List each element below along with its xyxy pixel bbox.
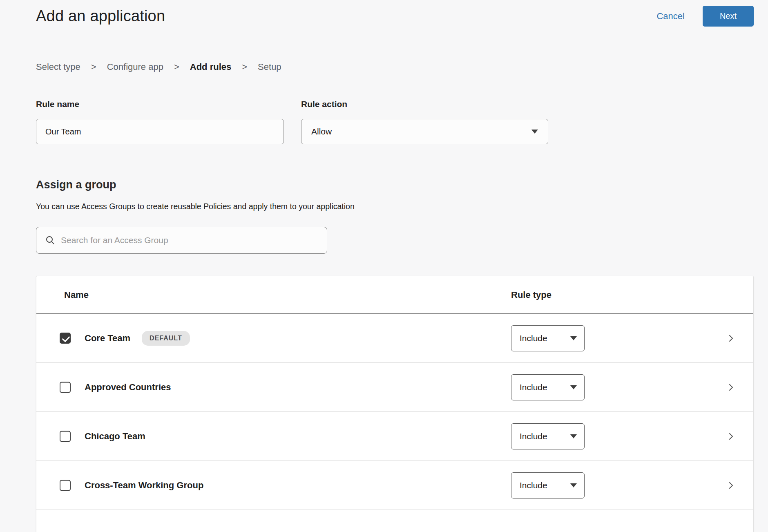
assign-group-heading: Assign a group: [36, 179, 754, 191]
search-input[interactable]: [61, 235, 320, 245]
rule-type-select[interactable]: Include: [511, 374, 585, 400]
rule-type-value: Include: [520, 382, 547, 392]
table-header-row: Name Rule type: [36, 276, 753, 314]
rule-name-field: Rule name: [36, 99, 284, 144]
default-badge: DEFAULT: [142, 331, 190, 346]
rule-type-value: Include: [520, 333, 547, 343]
rule-action-field: Rule action Allow: [301, 99, 548, 144]
group-name: Core Team: [85, 333, 130, 344]
chevron-right-icon[interactable]: [726, 432, 735, 441]
rule-type-select[interactable]: Include: [511, 325, 585, 351]
row-name-cell: Cross-Team Working Group: [60, 480, 203, 491]
top-actions: Cancel Next: [656, 6, 754, 27]
chevron-right-icon[interactable]: [726, 481, 735, 490]
breadcrumb-step-configure-app[interactable]: Configure app: [107, 62, 163, 72]
row-name-cell: Core Team DEFAULT: [60, 331, 190, 346]
rule-action-label: Rule action: [301, 99, 548, 109]
rule-type-value: Include: [520, 431, 547, 441]
access-groups-table: Name Rule type Core Team DEFAULT Include…: [36, 276, 754, 532]
add-application-page: Add an application Cancel Next Select ty…: [0, 0, 768, 532]
row-checkbox[interactable]: [60, 480, 71, 491]
cancel-button[interactable]: Cancel: [656, 11, 684, 22]
rule-type-select[interactable]: Include: [511, 472, 585, 498]
table-row: Cross-Team Working Group Include: [36, 461, 753, 510]
table-row: Approved Countries Include: [36, 363, 753, 412]
rule-form: Rule name Rule action Allow: [36, 99, 754, 144]
top-bar: Add an application Cancel Next: [36, 6, 754, 27]
row-name-cell: Approved Countries: [60, 382, 171, 393]
breadcrumb: Select type > Configure app > Add rules …: [36, 62, 754, 72]
rule-name-label: Rule name: [36, 99, 284, 109]
search-icon: [45, 235, 55, 245]
chevron-right-icon[interactable]: [726, 383, 735, 392]
breadcrumb-step-setup[interactable]: Setup: [258, 62, 281, 72]
row-checkbox[interactable]: [60, 333, 71, 344]
table-row-partial: [36, 510, 753, 532]
rule-action-select[interactable]: Allow: [301, 119, 548, 144]
rule-name-input[interactable]: [36, 119, 284, 144]
group-name: Approved Countries: [85, 382, 171, 393]
assign-group-description: You can use Access Groups to create reus…: [36, 202, 754, 211]
column-header-name: Name: [64, 290, 89, 300]
next-button[interactable]: Next: [703, 6, 754, 27]
group-name: Cross-Team Working Group: [85, 480, 203, 491]
breadcrumb-step-select-type[interactable]: Select type: [36, 62, 80, 72]
table-row: Core Team DEFAULT Include: [36, 314, 753, 363]
group-name: Chicago Team: [85, 431, 145, 442]
row-name-cell: Chicago Team: [60, 431, 145, 442]
column-header-rule-type: Rule type: [511, 290, 551, 300]
chevron-down-icon: [570, 434, 577, 438]
chevron-down-icon: [570, 385, 577, 389]
breadcrumb-separator: >: [174, 62, 179, 72]
row-checkbox[interactable]: [60, 431, 71, 442]
chevron-down-icon: [570, 336, 577, 340]
chevron-down-icon: [570, 483, 577, 487]
row-checkbox[interactable]: [60, 382, 71, 393]
rule-type-value: Include: [520, 481, 547, 490]
rule-type-select[interactable]: Include: [511, 423, 585, 449]
breadcrumb-step-add-rules[interactable]: Add rules: [190, 62, 231, 72]
chevron-down-icon: [531, 130, 538, 134]
chevron-right-icon[interactable]: [726, 334, 735, 343]
breadcrumb-separator: >: [242, 62, 247, 72]
breadcrumb-separator: >: [91, 62, 96, 72]
rule-action-value: Allow: [311, 127, 332, 136]
access-group-search[interactable]: [36, 227, 327, 254]
table-row: Chicago Team Include: [36, 412, 753, 461]
page-title: Add an application: [36, 7, 165, 25]
